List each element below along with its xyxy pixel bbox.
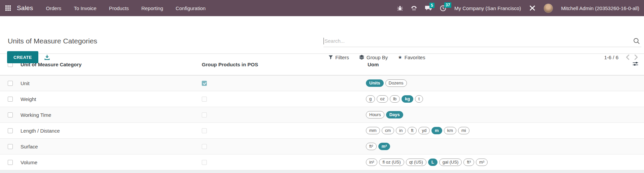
- uom-tag: in: [396, 127, 406, 134]
- group-by-label: Group By: [367, 55, 388, 60]
- uom-tag: oz: [377, 95, 388, 103]
- list-body: UnitUnitsDozensWeightgozlbkgtWorking Tim…: [0, 75, 644, 170]
- navbar: Sales OrdersTo InvoiceProductsReportingC…: [0, 0, 644, 16]
- uom-tags: in³fl oz (US)qt (US)Lgal (US)ft³m³: [366, 159, 624, 166]
- tools-icon[interactable]: [529, 5, 536, 11]
- uom-tag: lb: [390, 95, 400, 103]
- category-name: Volume: [21, 160, 201, 165]
- uom-tag: mm: [366, 127, 380, 134]
- category-name: Length / Distance: [21, 128, 201, 134]
- search-input[interactable]: [325, 38, 633, 44]
- pager-next-icon[interactable]: [634, 55, 638, 60]
- row-checkbox[interactable]: [8, 97, 13, 102]
- pos-checkbox[interactable]: [202, 97, 207, 102]
- search-icon[interactable]: [633, 37, 640, 44]
- avatar[interactable]: [544, 4, 553, 13]
- activities-clock-icon[interactable]: 37: [440, 5, 446, 11]
- table-row[interactable]: Weightgozlbkgt: [0, 91, 644, 107]
- row-checkbox[interactable]: [8, 144, 13, 149]
- uom-tag: yd: [418, 127, 430, 134]
- table-row[interactable]: Surfaceft²m²: [0, 139, 644, 154]
- row-checkbox-cell: [0, 97, 21, 102]
- uom-tags: ft²m²: [366, 143, 624, 150]
- menu-item-reporting[interactable]: Reporting: [141, 5, 163, 11]
- uom-tag: Days: [386, 111, 403, 118]
- uom-tag: g: [366, 95, 375, 103]
- filters-label: Filters: [335, 55, 349, 60]
- pos-checkbox[interactable]: [202, 160, 207, 165]
- user-menu[interactable]: Mitchell Admin (20353260-16-0-all): [561, 5, 639, 11]
- uom-tag: Hours: [366, 111, 384, 118]
- uom-tag: m: [431, 127, 442, 134]
- navbar-left: Sales OrdersTo InvoiceProductsReportingC…: [5, 4, 205, 12]
- row-checkbox-cell: [0, 128, 21, 133]
- uom-tag: m²: [378, 143, 390, 150]
- table-row[interactable]: Working TimeHoursDays: [0, 107, 644, 123]
- table-row[interactable]: Length / Distancemmcminftydmkmmi: [0, 123, 644, 139]
- table-row[interactable]: Volumein³fl oz (US)qt (US)Lgal (US)ft³m³: [0, 154, 644, 170]
- menu-item-orders[interactable]: Orders: [46, 5, 62, 11]
- action-buttons: CREATE: [7, 51, 50, 63]
- menu-item-configuration[interactable]: Configuration: [176, 5, 205, 11]
- row-checkbox-cell: [0, 160, 21, 165]
- search-box: [324, 35, 641, 47]
- pos-checkbox[interactable]: [202, 128, 207, 133]
- row-checkbox[interactable]: [8, 160, 13, 165]
- uom-tag: fl oz (US): [379, 159, 404, 166]
- pos-cell: [201, 144, 366, 149]
- pos-checkbox[interactable]: [202, 112, 207, 117]
- row-checkbox-cell: [0, 144, 21, 149]
- category-name: Unit: [21, 80, 201, 86]
- pager-count: 1-6 / 6: [604, 55, 618, 60]
- messages-icon[interactable]: 5: [425, 5, 432, 11]
- row-checkbox-cell: [0, 81, 21, 86]
- uom-tag: ft³: [463, 159, 474, 166]
- uom-tags: mmcminftydmkmmi: [366, 127, 624, 134]
- page-title: Units of Measure Categories: [8, 37, 97, 45]
- pager: 1-6 / 6: [604, 51, 638, 63]
- bug-icon[interactable]: [397, 5, 403, 11]
- list-view: Unit of Measure Category Group Products …: [0, 54, 644, 173]
- row-checkbox[interactable]: [8, 128, 13, 133]
- activities-badge: 37: [444, 2, 451, 8]
- uom-tags: HoursDays: [366, 111, 624, 118]
- favorites-label: Favorites: [405, 55, 425, 60]
- messages-badge: 5: [429, 3, 434, 8]
- uom-tag: cm: [382, 127, 394, 134]
- group-by-layers-icon: [359, 55, 364, 60]
- apps-menu-icon[interactable]: [5, 5, 11, 11]
- filter-bar: Filters Group By ★ Favorites: [329, 51, 425, 63]
- app-name[interactable]: Sales: [17, 4, 33, 12]
- category-name: Working Time: [21, 112, 201, 118]
- export-download-icon[interactable]: [44, 55, 50, 60]
- uom-tag: in³: [366, 159, 377, 166]
- pos-cell: [201, 160, 366, 165]
- category-name: Surface: [21, 144, 201, 149]
- control-panel: Units of Measure Categories CREATE Filte…: [0, 16, 644, 54]
- pager-prev-icon[interactable]: [626, 55, 630, 60]
- menu-item-to-invoice[interactable]: To Invoice: [74, 5, 97, 11]
- row-checkbox-cell: [0, 112, 21, 117]
- filters-button[interactable]: Filters: [329, 55, 349, 60]
- category-name: Weight: [21, 96, 201, 102]
- text-caret: [324, 38, 324, 44]
- menu-item-products[interactable]: Products: [109, 5, 129, 11]
- group-by-button[interactable]: Group By: [359, 55, 388, 60]
- uom-tag: mi: [458, 127, 469, 134]
- table-row[interactable]: UnitUnitsDozens: [0, 75, 644, 91]
- row-checkbox[interactable]: [8, 112, 13, 117]
- uom-tag: t: [415, 95, 423, 103]
- pos-cell: [201, 112, 366, 117]
- uom-tag: Dozens: [385, 79, 407, 87]
- row-checkbox[interactable]: [8, 81, 13, 86]
- favorites-button[interactable]: ★ Favorites: [398, 55, 425, 60]
- navbar-systray: 5 37 My Company (San Francisco) Mitchell…: [397, 4, 639, 13]
- uom-tag: ft²: [366, 143, 377, 150]
- pos-cell: [201, 81, 366, 86]
- company-switcher[interactable]: My Company (San Francisco): [454, 5, 521, 11]
- uom-tag: gal (US): [439, 159, 462, 166]
- phone-icon[interactable]: [411, 5, 417, 11]
- pos-checkbox[interactable]: [202, 81, 207, 86]
- create-button[interactable]: CREATE: [7, 51, 38, 63]
- pos-checkbox[interactable]: [202, 144, 207, 149]
